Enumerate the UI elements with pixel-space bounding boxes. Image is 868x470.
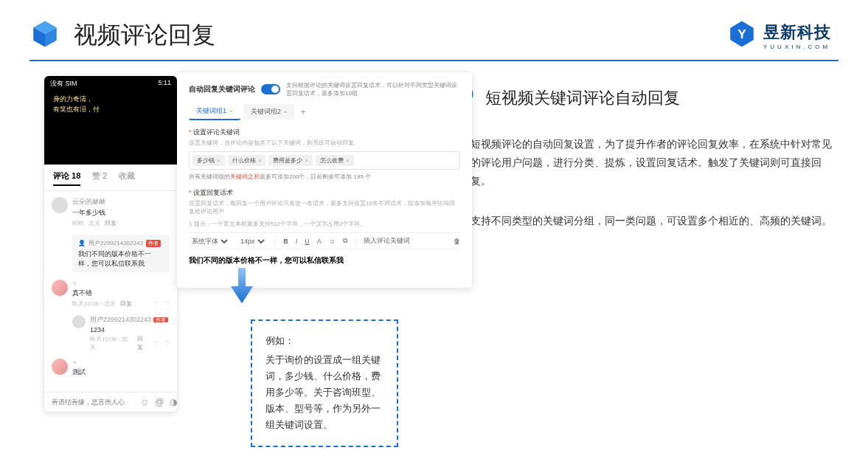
comment-location: 北京 <box>88 219 100 227</box>
nested-reply: 用户2299214302243 作者 1234 昨天10:08 · 北京 回复 … <box>72 315 170 351</box>
header: 视频评论回复 Y 昱新科技 YUUXIN.COM <box>0 0 868 60</box>
person-icon: 👤 <box>78 240 86 246</box>
tab-comments[interactable]: 评论 18 <box>53 170 80 186</box>
reply-name: 用户2299214302243 <box>88 239 143 247</box>
comment-item: 云朵的赫赫 一年多少钱 刚刚 北京 回复 <box>52 197 170 227</box>
video-caption-1: 身的力奇清， <box>53 94 100 105</box>
reply-text: 我们不同的版本价格不一样，您可以私信联系我 <box>78 249 164 268</box>
close-icon[interactable]: × <box>229 108 233 114</box>
color-button[interactable]: A <box>317 238 322 245</box>
author-badge: 作者 <box>146 240 161 247</box>
reply-button[interactable]: 回复 <box>120 300 132 308</box>
comment-tabs: 评论 18 赞 2 收藏 <box>44 165 177 191</box>
tab-likes[interactable]: 赞 2 <box>92 170 107 186</box>
emoji-button[interactable]: ☺ <box>329 238 336 245</box>
settings-panel: 自动回复关键词评论 支持根据评论的关键词设置回复话术，可以针对不同类型关键词设置… <box>177 72 472 288</box>
example-callout: 例如： 关于询价的设置成一组关键词，多少钱、什么价格，费用多少等。关于咨询班型、… <box>251 319 398 447</box>
underline-button[interactable]: U <box>305 238 310 245</box>
keyword-tag: 什么价格× <box>228 155 266 166</box>
logo-name: 昱新科技 <box>763 21 831 44</box>
remove-tag-icon[interactable]: × <box>305 157 308 164</box>
reply-text: 1234 <box>90 326 170 334</box>
svg-text:Y: Y <box>737 27 746 41</box>
page-title: 视频评论回复 <box>74 19 215 52</box>
add-group-button[interactable]: + <box>300 107 305 117</box>
feature-bullet: 支持不同类型的关键词分组，同一类问题，可设置多个相近的、高频的关键词。 <box>456 212 839 230</box>
example-body: 关于询价的设置成一组关键词，多少钱、什么价格，费用多少等。关于咨询班型、版本、型… <box>265 352 383 433</box>
comment-input[interactable] <box>52 398 134 406</box>
settings-title: 自动回复关键词评论 <box>189 84 255 94</box>
auto-reply-toggle[interactable] <box>261 84 280 94</box>
commenter-name: ♀ <box>72 359 170 366</box>
reply-label: 设置回复话术 <box>189 188 460 198</box>
font-size-select[interactable]: 14px <box>237 237 267 246</box>
logo-icon: Y <box>728 20 756 51</box>
comment-item: ♀ 真不错 昨天10:08 · 北京 回复 ♡ ♡ <box>52 280 170 308</box>
screenshot-area: 没有 SIM 5:11 身的力奇清， 有笑也有泪，付 评论 18 赞 2 收藏 <box>29 76 406 251</box>
insert-keyword-button[interactable]: 插入评论关键词 <box>364 236 410 246</box>
avatar <box>52 359 68 375</box>
avatar <box>72 315 86 328</box>
arrow-down-icon <box>229 268 255 308</box>
logo-domain: YUUXIN.COM <box>763 44 831 50</box>
font-family-select[interactable]: 系统字体 <box>189 237 230 246</box>
image-icon[interactable]: ◑ <box>170 397 177 407</box>
comment-item: ♀ 測試 <box>52 359 170 379</box>
close-icon[interactable]: × <box>284 108 288 115</box>
at-icon[interactable]: @ <box>155 397 164 407</box>
remove-tag-icon[interactable]: × <box>346 157 350 164</box>
keywords-hint: 设置关键词，当评论内容包含了以下关键词，则系统可自动回复。 <box>189 139 460 147</box>
comment-text: 真不错 <box>72 288 170 298</box>
reply-hint: 设置回复话术，每回复一个用户评论只发送一条话术，最多支持设置10条不同话术，按添… <box>189 199 460 215</box>
phone-mockup: 没有 SIM 5:11 身的力奇清， 有笑也有泪，付 评论 18 赞 2 收藏 <box>44 76 177 412</box>
heart-icon[interactable]: ♡ <box>153 340 159 347</box>
keywords-label: 设置评论关键词 <box>189 128 460 137</box>
header-left: 视频评论回复 <box>29 18 215 52</box>
keyword-group-tab-1[interactable]: 关键词组1 × <box>189 103 240 120</box>
reply-name: 用户2299214302243 <box>90 316 151 323</box>
cube-icon <box>29 18 60 52</box>
avatar <box>52 197 68 213</box>
reply-button[interactable]: 回复 <box>137 335 149 351</box>
author-badge: 作者 <box>153 317 168 322</box>
heart-icon[interactable]: ♡ <box>153 300 159 307</box>
reply-hint-2: 1 提示：一个富文本框最多支持512个字符，一个汉字占用2个字符。 <box>189 220 460 228</box>
feature-bullet: 短视频评论的自动回复设置，为了提升作者的评论回复效率，在系统中针对常见的评论用户… <box>456 135 839 191</box>
remove-tag-icon[interactable]: × <box>258 157 262 164</box>
tab-label: 关键词组1 <box>196 106 226 116</box>
keyword-tag: 怎么收费× <box>316 155 354 166</box>
keywords-count-hint: 所有关键词组的关键词之和最多可添加200个，目前剩余可添加 195 个 <box>189 173 460 181</box>
emoji-icon[interactable]: ☺ <box>140 397 149 407</box>
link-button[interactable]: ⧉ <box>343 237 347 245</box>
dislike-icon[interactable]: ♡ <box>164 340 170 347</box>
editor-toolbar: 系统字体 14px | B I U A ☺ ⧉ | 插入评论关键词 🗑 <box>189 232 460 249</box>
comment-text: 測試 <box>72 367 170 377</box>
keyword-tags[interactable]: 多少钱× 什么价格× 费用是多少× 怎么收费× <box>189 151 460 170</box>
dislike-icon[interactable]: ♡ <box>164 300 170 307</box>
header-divider <box>29 60 839 61</box>
comment-time: 刚刚 <box>72 219 84 227</box>
comment-meta: 昨天10:08 · 北京 <box>72 300 116 308</box>
section-heading: 短视频关键词评论自动回复 <box>450 83 839 113</box>
tab-favorites[interactable]: 收藏 <box>119 170 135 186</box>
section-title: 短视频关键词评论自动回复 <box>485 87 680 109</box>
status-time: 5:11 <box>158 79 171 89</box>
commenter-name: ♀ <box>72 280 170 287</box>
italic-button[interactable]: I <box>296 238 298 245</box>
tab-label: 关键词组2 <box>251 107 281 117</box>
video-caption-2: 有笑也有泪，付 <box>53 105 100 115</box>
keyword-tag: 多少钱× <box>192 155 225 166</box>
remove-tag-icon[interactable]: × <box>217 157 221 164</box>
keyword-group-tab-2[interactable]: 关键词组2 × <box>243 104 295 120</box>
reply-button[interactable]: 回复 <box>105 219 117 227</box>
settings-description: 支持根据评论的关键词设置回复话术，可以针对不同类型关键词设置回复话术，最多添加1… <box>286 81 460 97</box>
avatar <box>52 280 68 296</box>
status-sim: 没有 SIM <box>50 79 77 89</box>
author-reply-bubble: 👤 用户2299214302243 作者 我们不同的版本价格不一样，您可以私信联… <box>72 235 170 272</box>
bold-button[interactable]: B <box>283 238 288 245</box>
brand-logo: Y 昱新科技 YUUXIN.COM <box>728 20 831 51</box>
description-area: 短视频关键词评论自动回复 短视频评论的自动回复设置，为了提升作者的评论回复效率，… <box>450 76 839 251</box>
delete-button[interactable]: 🗑 <box>454 238 460 245</box>
comment-text: 一年多少钱 <box>72 208 170 218</box>
bullet-text: 短视频评论的自动回复设置，为了提升作者的评论回复效率，在系统中针对常见的评论用户… <box>471 135 839 191</box>
